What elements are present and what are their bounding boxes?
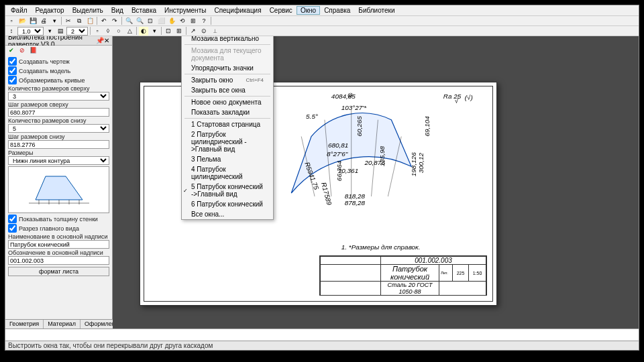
tb-i-icon[interactable]: ↗: [189, 27, 198, 36]
menu-window[interactable]: Окно: [297, 6, 320, 15]
zoom3-icon[interactable]: ⊡: [146, 17, 155, 25]
tb-k-icon[interactable]: ⟂: [210, 27, 219, 36]
pan-icon[interactable]: ✋: [167, 17, 176, 25]
format-button[interactable]: формат листа: [8, 267, 109, 276]
confirm-icon[interactable]: ✔: [7, 46, 16, 55]
inp-step-bot[interactable]: [8, 140, 109, 149]
svg-text:198,126: 198,126: [410, 152, 417, 176]
command-bar[interactable]: [5, 328, 639, 341]
svg-marker-0: [36, 176, 83, 200]
rotate-icon[interactable]: ⟲: [178, 17, 187, 25]
scale-combo[interactable]: 1.0: [17, 27, 44, 36]
tb-e-icon[interactable]: ◐: [139, 27, 148, 36]
down-icon[interactable]: ▾: [45, 27, 54, 36]
menu-help[interactable]: Справка: [320, 6, 354, 15]
window-dropdown: КаскадМозаика горизонтальноМозаика верти…: [181, 36, 274, 220]
tb-b-icon[interactable]: ◊: [103, 27, 113, 36]
menu-view[interactable]: Вид: [107, 6, 127, 15]
menu-item[interactable]: 3 Пельма: [182, 154, 273, 164]
cut-icon[interactable]: ✂: [64, 17, 73, 25]
new-icon[interactable]: ▫: [7, 17, 16, 25]
ra-label: Ra 25: [443, 93, 462, 100]
menu-item[interactable]: Новое окно документа: [182, 97, 273, 107]
svg-text:69,104: 69,104: [423, 116, 431, 137]
layers-icon[interactable]: ▤: [56, 27, 65, 36]
menu-item[interactable]: Все окна...: [182, 209, 273, 219]
tab-geometry[interactable]: Геометрия: [5, 320, 44, 328]
menu-insert[interactable]: Вставка: [127, 6, 160, 15]
menu-service[interactable]: Сервис: [266, 6, 297, 15]
menu-item[interactable]: Мозаика вертикально: [182, 36, 273, 44]
pin-icon[interactable]: 📌: [96, 37, 104, 44]
help-icon[interactable]: ?: [199, 17, 209, 25]
menu-item[interactable]: 6 Патрубок конический: [182, 199, 273, 209]
menu-item[interactable]: Закрыть окноCtrl+F4: [182, 75, 273, 85]
drawing-note: 1. *Размеры для справок.: [341, 243, 421, 251]
tb-f-icon[interactable]: ▾: [150, 27, 159, 36]
menu-editor[interactable]: Редактор: [32, 6, 68, 15]
svg-text:R17589: R17589: [320, 182, 333, 206]
tab-material[interactable]: Материал: [44, 320, 80, 328]
inp-step-top[interactable]: [8, 108, 109, 117]
menu-item[interactable]: ✓5 Патрубок конический ->Главный вид: [182, 182, 273, 199]
menu-item[interactable]: Показать закладки: [182, 107, 273, 117]
tb-d-icon[interactable]: △: [125, 27, 134, 36]
menu-select[interactable]: Выделить: [68, 6, 107, 15]
zoom2-icon[interactable]: 🔍: [135, 17, 144, 25]
svg-text:680,81: 680,81: [328, 141, 348, 149]
lbl-desig: Обозначение в основной надписи: [8, 249, 109, 256]
menu-item[interactable]: Закрыть все окна: [182, 85, 273, 95]
svg-text:5.5°: 5.5°: [306, 113, 318, 120]
chk-model[interactable]: [8, 66, 17, 75]
save-icon[interactable]: 💾: [28, 17, 38, 25]
svg-text:60,265: 60,265: [356, 116, 363, 137]
menu-item[interactable]: Упорядочить значки: [182, 63, 273, 73]
inp-desig[interactable]: [8, 256, 109, 265]
tb-c-icon[interactable]: ○: [114, 27, 123, 36]
lbl-count-bot: Количество размеров снизу: [8, 117, 109, 124]
menu-tools[interactable]: Инструменты: [160, 6, 210, 15]
zoom1-icon[interactable]: 🔍: [124, 17, 133, 25]
page-combo[interactable]: 2: [66, 27, 88, 36]
lbl-step-bot: Шаг размеров снизу: [8, 133, 109, 140]
tb-a-icon[interactable]: ▫: [93, 27, 102, 36]
redo-icon[interactable]: ↷: [110, 17, 119, 25]
menu-file[interactable]: Файл: [7, 6, 32, 15]
menu-lib[interactable]: Библиотеки: [354, 6, 398, 15]
tb-j-icon[interactable]: ⊙: [199, 27, 209, 36]
canvas-area[interactable]: √ Ra 25 (√) ⊙: [113, 36, 639, 328]
stop-icon[interactable]: ⊘: [17, 46, 27, 55]
svg-text:66,364: 66,364: [335, 160, 343, 181]
paste-icon[interactable]: 📋: [85, 17, 95, 25]
open-icon[interactable]: 📂: [17, 17, 27, 25]
menu-item: Мозаика для текущего документа: [182, 46, 273, 63]
menu-item[interactable]: 4 Патрубок цилиндрический: [182, 164, 273, 182]
preview-image: [8, 166, 109, 213]
copy-icon[interactable]: ⧉: [74, 17, 84, 25]
undo-icon[interactable]: ↶: [99, 17, 109, 25]
sel-count-top[interactable]: 3: [8, 92, 109, 101]
chk-section[interactable]: [8, 224, 17, 233]
sel-dims[interactable]: Нижн линия контура: [8, 156, 109, 165]
tb-h-icon[interactable]: ⊞: [174, 27, 184, 36]
arrow-icon[interactable]: ↕: [7, 27, 16, 36]
menu-spec[interactable]: Спецификация: [210, 6, 265, 15]
print-icon[interactable]: 🖨: [39, 17, 48, 25]
menu-item[interactable]: 2 Патрубок цилиндрический ->Главный вид: [182, 129, 273, 154]
inp-name[interactable]: [8, 240, 109, 249]
preview-icon[interactable]: ▾: [50, 17, 59, 25]
side-panel: Библиотека построения разверток V3.0 📌 ✕…: [5, 36, 113, 328]
chk-drawing[interactable]: [8, 57, 17, 66]
zoom4-icon[interactable]: ⬜: [156, 17, 166, 25]
fit-icon[interactable]: ⊞: [189, 17, 198, 25]
menu-item[interactable]: 1 Стартовая страница: [182, 119, 273, 129]
tb-g-icon[interactable]: ⊡: [164, 27, 173, 36]
sel-count-bot[interactable]: 5: [8, 124, 109, 133]
close-icon[interactable]: ✕: [104, 37, 109, 44]
svg-text:135,98: 135,98: [378, 145, 386, 166]
chk-thick[interactable]: [8, 215, 17, 223]
chk-curves[interactable]: [8, 76, 17, 84]
book-icon[interactable]: 📕: [28, 46, 38, 55]
status-bar: Выстроить окна так, чтобы они перекрывал…: [5, 341, 639, 350]
title-block: 001.002.003 Патрубок коническийЛит.2251:…: [319, 255, 487, 296]
